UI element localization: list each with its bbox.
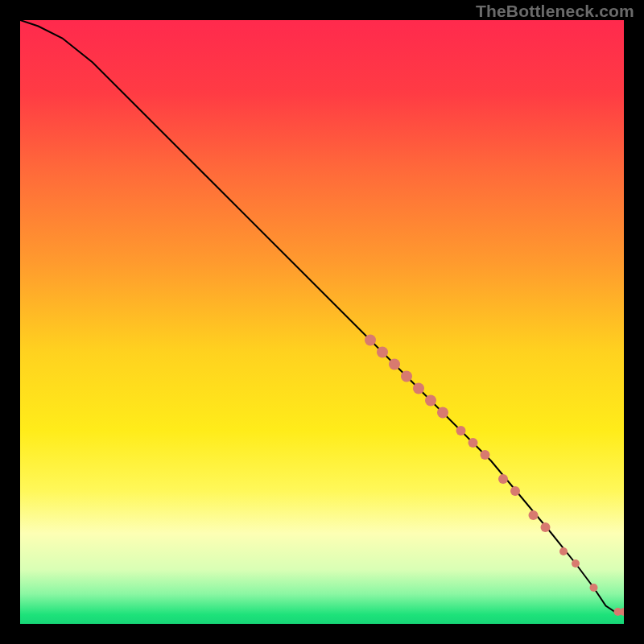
marker-point	[469, 438, 478, 448]
plot-area	[20, 20, 624, 624]
marker-point	[481, 450, 490, 460]
marker-point	[529, 510, 539, 520]
heatmap-background	[20, 20, 624, 624]
marker-point	[365, 335, 376, 346]
marker-point	[498, 474, 508, 484]
watermark-text: TheBottleneck.com	[476, 2, 634, 21]
marker-point	[572, 559, 580, 568]
chart-frame: TheBottleneck.com	[0, 0, 644, 644]
marker-point	[425, 395, 436, 407]
plot-svg	[20, 20, 624, 624]
marker-point	[389, 359, 400, 370]
marker-point	[590, 584, 598, 592]
marker-point	[559, 547, 568, 555]
marker-point	[456, 426, 466, 436]
marker-point	[541, 522, 551, 532]
marker-point	[437, 407, 448, 419]
marker-point	[377, 347, 388, 358]
marker-point	[401, 371, 412, 382]
marker-point	[510, 486, 520, 496]
marker-point	[413, 383, 424, 394]
